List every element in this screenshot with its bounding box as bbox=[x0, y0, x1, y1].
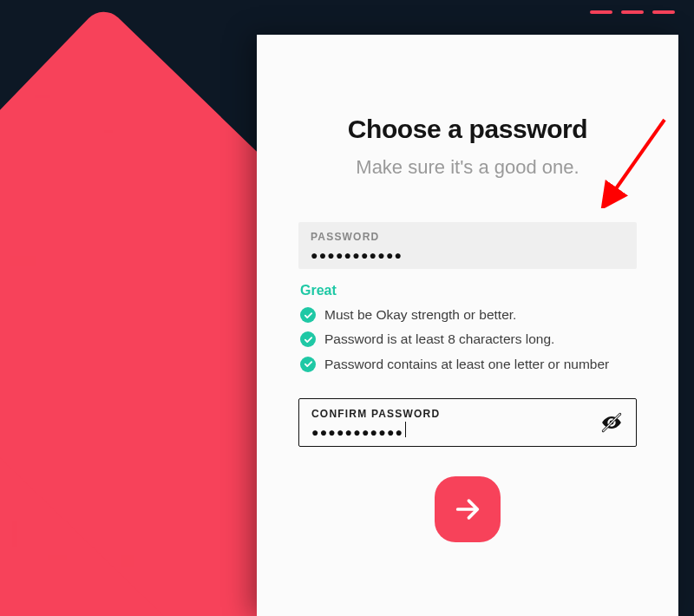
page-title: Choose a password bbox=[298, 115, 637, 144]
rule-text: Password contains at least one letter or… bbox=[324, 355, 609, 374]
password-field[interactable]: PASSWORD ●●●●●●●●●●● bbox=[298, 222, 637, 269]
confirm-password-field[interactable]: CONFIRM PASSWORD ●●●●●●●●●●● bbox=[298, 398, 637, 447]
check-icon bbox=[300, 307, 316, 323]
password-card: Choose a password Make sure it's a good … bbox=[257, 35, 678, 616]
eye-off-icon bbox=[600, 411, 623, 434]
password-label: PASSWORD bbox=[311, 231, 625, 243]
next-button[interactable] bbox=[435, 476, 501, 542]
confirm-password-input[interactable]: ●●●●●●●●●●● bbox=[311, 425, 403, 439]
rule-item: Must be Okay strength or better. bbox=[300, 305, 635, 324]
rule-item: Password contains at least one letter or… bbox=[300, 355, 635, 374]
menu-indicator[interactable] bbox=[590, 10, 675, 14]
page-subtitle: Make sure it's a good one. bbox=[298, 156, 637, 179]
visibility-toggle[interactable] bbox=[599, 410, 624, 435]
text-caret bbox=[405, 422, 406, 437]
confirm-password-label: CONFIRM PASSWORD bbox=[311, 408, 624, 420]
arrow-right-icon bbox=[453, 495, 482, 524]
strength-panel: Great Must be Okay strength or better. P… bbox=[298, 283, 637, 374]
check-icon bbox=[300, 357, 316, 372]
rule-text: Password is at least 8 characters long. bbox=[324, 330, 554, 349]
strength-rating: Great bbox=[300, 283, 635, 298]
check-icon bbox=[300, 331, 316, 347]
password-input[interactable]: ●●●●●●●●●●● bbox=[311, 248, 625, 262]
rule-item: Password is at least 8 characters long. bbox=[300, 330, 635, 349]
rule-text: Must be Okay strength or better. bbox=[324, 305, 516, 324]
